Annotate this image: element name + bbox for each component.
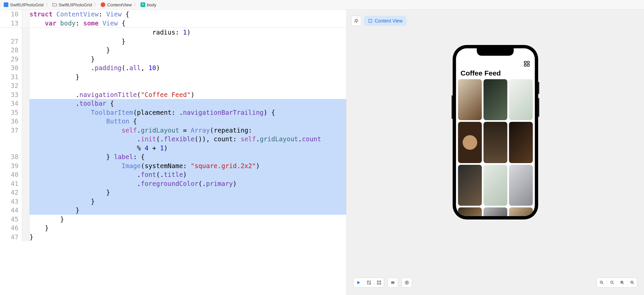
code-line[interactable]: 27 } [0, 37, 346, 46]
code-text[interactable]: } [30, 206, 346, 215]
code-line[interactable]: 32 [0, 81, 346, 90]
code-line[interactable]: 31 } [0, 72, 346, 82]
code-text[interactable]: } [30, 188, 346, 197]
pin-preview-button[interactable] [351, 16, 361, 26]
photo-cell[interactable] [458, 207, 482, 216]
fold-gutter[interactable] [22, 10, 30, 19]
code-text[interactable]: } [30, 224, 49, 233]
zoom-out-button[interactable] [597, 278, 607, 288]
fold-gutter[interactable] [22, 19, 30, 28]
code-line[interactable]: 33 .navigationTitle("Coffee Feed") [0, 90, 346, 99]
breadcrumb-item[interactable]: SwiftUIPhotoGrid [3, 2, 44, 7]
fold-gutter[interactable] [22, 63, 30, 72]
code-text[interactable]: .toolbar { [30, 99, 346, 108]
fold-gutter[interactable] [22, 161, 30, 170]
code-line[interactable]: % 4 + 1) [0, 144, 346, 153]
code-text[interactable]: .padding(.all, 10) [30, 63, 160, 72]
code-line[interactable]: 44 } [0, 206, 346, 215]
code-line[interactable]: 10struct ContentView: View { [0, 10, 346, 19]
photo-cell[interactable] [483, 207, 507, 216]
code-line[interactable]: radius: 1) [0, 28, 346, 37]
fold-gutter[interactable] [22, 170, 30, 179]
code-text[interactable]: self.gridLayout = Array(repeating: [30, 126, 346, 135]
code-line[interactable]: 46 } [0, 224, 346, 233]
code-line[interactable]: 38 } label: { [0, 152, 346, 161]
code-line[interactable]: 13 var body: some View { [0, 19, 346, 28]
code-editor[interactable]: 10struct ContentView: View {13 var body:… [0, 10, 346, 295]
breadcrumb-item[interactable]: SwiftUIPhotoGrid [52, 2, 92, 7]
fold-gutter[interactable] [22, 188, 30, 197]
photo-cell[interactable] [483, 122, 507, 163]
code-line[interactable]: .init(.flexible()), count: self.gridLayo… [0, 135, 346, 144]
code-text[interactable]: Image(systemName: "square.grid.2x2") [30, 161, 346, 170]
accessibility-settings-button[interactable] [402, 278, 412, 288]
fold-gutter[interactable] [22, 135, 30, 144]
code-text[interactable]: Button { [30, 117, 346, 126]
code-text[interactable]: } [30, 55, 95, 64]
code-line[interactable]: 36 Button { [0, 117, 346, 126]
photo-cell[interactable] [458, 122, 482, 163]
fold-gutter[interactable] [22, 99, 30, 108]
zoom-actual-button[interactable]: 1 [607, 278, 617, 288]
fold-gutter[interactable] [22, 90, 30, 99]
code-line[interactable]: 47} [0, 233, 346, 242]
zoom-fit-button[interactable] [617, 278, 627, 288]
fold-gutter[interactable] [22, 108, 30, 117]
fold-gutter[interactable] [22, 206, 30, 215]
fold-gutter[interactable] [22, 144, 30, 153]
code-line[interactable]: 39 Image(systemName: "square.grid.2x2") [0, 161, 346, 170]
code-text[interactable]: } label: { [30, 152, 346, 161]
code-line[interactable]: 29 } [0, 55, 346, 64]
live-preview-button[interactable] [354, 278, 364, 288]
photo-cell[interactable] [458, 79, 482, 120]
photo-cell[interactable] [509, 79, 533, 120]
code-text[interactable]: .foregroundColor(.primary) [30, 179, 346, 188]
code-line[interactable]: 34 .toolbar { [0, 99, 346, 108]
fold-gutter[interactable] [22, 233, 30, 242]
code-line[interactable]: 35 ToolbarItem(placement: .navigationBar… [0, 108, 346, 117]
fold-gutter[interactable] [22, 46, 30, 55]
code-line[interactable]: 40 .font(.title) [0, 170, 346, 179]
code-text[interactable]: } [30, 215, 64, 224]
fold-gutter[interactable] [22, 215, 30, 224]
device-settings-button[interactable] [388, 278, 398, 288]
code-text[interactable]: ToolbarItem(placement: .navigationBarTra… [30, 108, 346, 117]
photo-cell[interactable] [509, 165, 533, 206]
fold-gutter[interactable] [22, 37, 30, 46]
zoom-in-button[interactable] [627, 278, 637, 288]
breadcrumb-item[interactable]: ContentView [100, 2, 131, 7]
code-text[interactable]: radius: 1) [30, 28, 191, 37]
code-text[interactable]: } [30, 197, 346, 206]
code-text[interactable]: } [30, 233, 33, 242]
photo-cell[interactable] [458, 165, 482, 206]
fold-gutter[interactable] [22, 81, 30, 90]
fold-gutter[interactable] [22, 72, 30, 82]
code-text[interactable]: .init(.flexible()), count: self.gridLayo… [30, 135, 346, 144]
code-text[interactable]: } [30, 37, 125, 46]
preview-selector-chip[interactable]: Content View [364, 16, 407, 26]
code-line[interactable]: 43 } [0, 197, 346, 206]
code-text[interactable]: } [30, 46, 110, 55]
code-line[interactable]: 41 .foregroundColor(.primary) [0, 179, 346, 188]
fold-gutter[interactable] [22, 117, 30, 126]
grid-toggle-button[interactable] [523, 60, 530, 67]
photo-cell[interactable] [483, 165, 507, 206]
fold-gutter[interactable] [22, 224, 30, 233]
code-text[interactable]: struct ContentView: View { [30, 10, 129, 19]
code-line[interactable]: 45 } [0, 215, 346, 224]
photo-cell[interactable] [509, 122, 533, 163]
fold-gutter[interactable] [22, 28, 30, 37]
code-text[interactable]: var body: some View { [30, 19, 125, 28]
fold-gutter[interactable] [22, 55, 30, 64]
variants-button[interactable] [374, 278, 384, 288]
code-text[interactable]: .navigationTitle("Coffee Feed") [30, 90, 195, 99]
fold-gutter[interactable] [22, 179, 30, 188]
code-line[interactable]: 30 .padding(.all, 10) [0, 63, 346, 72]
selectable-preview-button[interactable] [364, 278, 374, 288]
code-line[interactable]: 28 } [0, 46, 346, 55]
code-text[interactable]: .font(.title) [30, 170, 346, 179]
code-text[interactable]: % 4 + 1) [30, 144, 346, 153]
code-line[interactable]: 37 self.gridLayout = Array(repeating: [0, 126, 346, 135]
code-line[interactable]: 42 } [0, 188, 346, 197]
code-text[interactable]: } [30, 72, 79, 82]
